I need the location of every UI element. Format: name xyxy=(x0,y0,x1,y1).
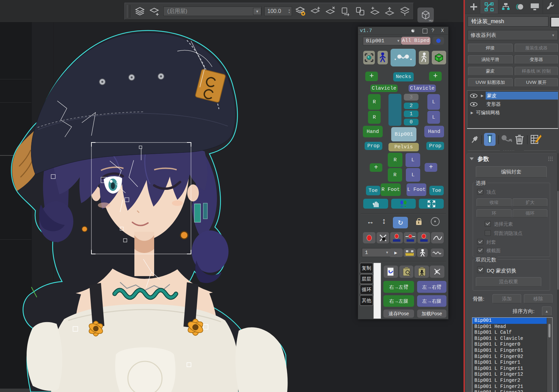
rotate-mode-button[interactable]: ↻ xyxy=(393,217,408,228)
bone-list-scrollbar[interactable] xyxy=(547,318,552,392)
stack-item-morpher[interactable]: 变形器 xyxy=(467,100,558,108)
select-object-button[interactable] xyxy=(363,51,375,64)
rollout-grid-icon[interactable] xyxy=(548,156,554,162)
tab-modify[interactable] xyxy=(480,0,498,14)
remove-modifier-icon[interactable] xyxy=(515,134,524,145)
edit-envelopes-button[interactable]: 编辑封套 xyxy=(476,166,547,178)
forearm-right-button[interactable]: R xyxy=(368,111,381,124)
shrink-button[interactable]: 收缩 xyxy=(476,198,512,207)
tab-cycle[interactable]: 循环 xyxy=(360,285,373,295)
bone-list-item[interactable]: Bip001 L Finger2 xyxy=(472,378,552,384)
paste-posture-button[interactable] xyxy=(399,266,413,278)
loop-button[interactable]: 循环 xyxy=(513,209,547,217)
move-layer-up-icon[interactable] xyxy=(384,5,397,18)
copy-right-to-left-leg-button[interactable]: 右→左腿 xyxy=(383,295,414,307)
viewcube-fragment[interactable]: HU xyxy=(417,7,434,22)
pin-stack-icon[interactable] xyxy=(470,135,479,145)
add-bone-button[interactable]: 添加 xyxy=(492,294,521,303)
frame-dropdown[interactable]: 1 ▼ xyxy=(362,248,391,257)
calf-left-button[interactable]: L xyxy=(406,168,420,182)
bone-list-item[interactable]: Bip001 L Finger12 xyxy=(472,372,552,378)
mesh-cube-button[interactable] xyxy=(432,51,446,64)
bone-list-item[interactable]: Bip001 L Finger01 xyxy=(472,348,552,354)
toe-left-button[interactable]: Toe xyxy=(429,186,444,195)
active-layer-dropdown[interactable]: (启用层) ▼ xyxy=(163,6,262,16)
collapse-button[interactable] xyxy=(430,266,444,278)
modifier-unwrap-button[interactable]: UVW 展开 xyxy=(515,78,558,87)
prop-right-button[interactable]: Prop xyxy=(365,142,382,150)
figure-mode-button[interactable] xyxy=(417,248,428,257)
bone-list-item[interactable]: Bip001 L Finger11 xyxy=(472,366,552,372)
configure-modifier-sets-icon[interactable] xyxy=(530,134,542,145)
ring-button[interactable]: 环 xyxy=(476,209,512,217)
biped-root-dropdown[interactable]: Bip001 ▼ xyxy=(363,37,402,45)
calf-right-button[interactable]: R xyxy=(388,168,402,182)
select-element-checkbox[interactable] xyxy=(485,221,491,227)
merge-layers-icon[interactable] xyxy=(354,5,367,18)
modifier-splineik-button[interactable]: 样条线 IK 控制 xyxy=(515,67,558,76)
pivot-icon[interactable] xyxy=(431,217,440,226)
help-icon[interactable]: ? xyxy=(431,28,434,33)
hand-right-button[interactable]: Hand xyxy=(363,126,383,137)
expand-icon[interactable]: ▶ xyxy=(471,111,473,115)
walk-figure-button[interactable] xyxy=(419,51,429,64)
modifier-skin-button[interactable]: 蒙皮 xyxy=(468,67,513,76)
move-vertical-icon[interactable]: ↕ xyxy=(382,216,386,226)
tab-hierarchy[interactable] xyxy=(499,0,513,14)
forearm-left-button[interactable]: L xyxy=(427,111,440,124)
spine-link-3-button[interactable]: 3 xyxy=(404,94,418,101)
curve-button[interactable] xyxy=(431,232,444,243)
layer-properties-icon[interactable] xyxy=(295,5,307,18)
play-button[interactable]: ▶ xyxy=(389,248,403,257)
remove-bone-button[interactable]: 移除 xyxy=(524,294,553,303)
collapse-layers-icon[interactable] xyxy=(399,5,411,18)
bone-list-item[interactable]: Bip001 L Finger21 xyxy=(472,384,552,390)
layer-explorer-icon[interactable] xyxy=(134,5,146,18)
thigh-right-button[interactable]: R xyxy=(388,153,402,167)
select-layer-objects-icon[interactable] xyxy=(325,5,337,18)
object-name-field[interactable]: 铃泳装_mesh xyxy=(468,16,548,27)
spine-link-2-button[interactable]: 2 xyxy=(404,103,418,109)
bone-list-item-selected[interactable]: Bip001 xyxy=(472,318,552,324)
paste-opposite-button[interactable] xyxy=(414,266,429,278)
all-biped-button[interactable]: All Biped xyxy=(401,37,430,45)
envelopes-checkbox[interactable] xyxy=(477,239,483,245)
modifier-weld-button[interactable]: 焊接 xyxy=(468,44,513,52)
stack-item-skin[interactable]: ▶ 蒙皮 xyxy=(467,91,558,100)
modifier-turbosmooth-button[interactable]: 涡轮平滑 xyxy=(468,55,513,64)
add-neck-left-button[interactable]: + xyxy=(365,72,378,81)
toolbar-drag-handle[interactable] xyxy=(127,5,130,18)
upperarm-right-button[interactable]: R xyxy=(368,94,381,110)
dropdown-arrow-icon[interactable]: ▼ xyxy=(253,8,261,15)
tab-display[interactable] xyxy=(528,0,542,14)
bone-list-item[interactable]: Bip001 L Finger1 xyxy=(472,360,552,366)
tab-create[interactable] xyxy=(466,0,481,14)
rollout-drag-divider[interactable]: ······· xyxy=(468,150,556,151)
footsteps-button[interactable] xyxy=(391,199,416,209)
tab-copy[interactable]: 复制 xyxy=(360,263,373,273)
measure-button[interactable] xyxy=(403,248,416,257)
layer-opacity-spinner[interactable]: 100.0 ▲▼ xyxy=(264,6,292,16)
cross-sections-checkbox[interactable] xyxy=(477,247,483,253)
spine-bar[interactable] xyxy=(388,94,401,126)
bip-root-button[interactable]: Bip001 xyxy=(391,127,416,141)
add-leg-left-button[interactable]: + xyxy=(425,163,437,172)
biped-figure-button[interactable] xyxy=(378,51,388,64)
copy-left-to-right-leg-button[interactable]: 左→右腿 xyxy=(417,295,446,307)
bone-list[interactable]: Bip001 Bip001 Head Bip001 L Calf Bip001 … xyxy=(472,317,553,392)
bone-list-item[interactable]: Bip001 L Finger02 xyxy=(472,354,552,360)
object-color-swatch[interactable] xyxy=(550,17,559,27)
grab-hand-button[interactable] xyxy=(363,199,388,209)
add-leg-right-button[interactable]: + xyxy=(370,163,382,172)
bone-list-item[interactable]: Bip001 L Clavicle xyxy=(472,336,552,342)
pelvis-button[interactable]: Pelvis xyxy=(388,143,419,151)
thigh-left-button[interactable]: L xyxy=(406,153,420,167)
copy-list-scrollbar[interactable] xyxy=(373,263,381,319)
stack-item-editable-mesh[interactable]: ▶ 可编辑网格 xyxy=(467,108,558,117)
spine-link-0-button[interactable]: 0 xyxy=(404,119,418,125)
copy-posture-button[interactable] xyxy=(384,266,398,278)
face-mode-button[interactable] xyxy=(391,49,416,66)
key-free-button[interactable] xyxy=(417,232,430,243)
center-all-button[interactable] xyxy=(419,199,444,209)
make-unique-icon[interactable] xyxy=(501,135,513,145)
